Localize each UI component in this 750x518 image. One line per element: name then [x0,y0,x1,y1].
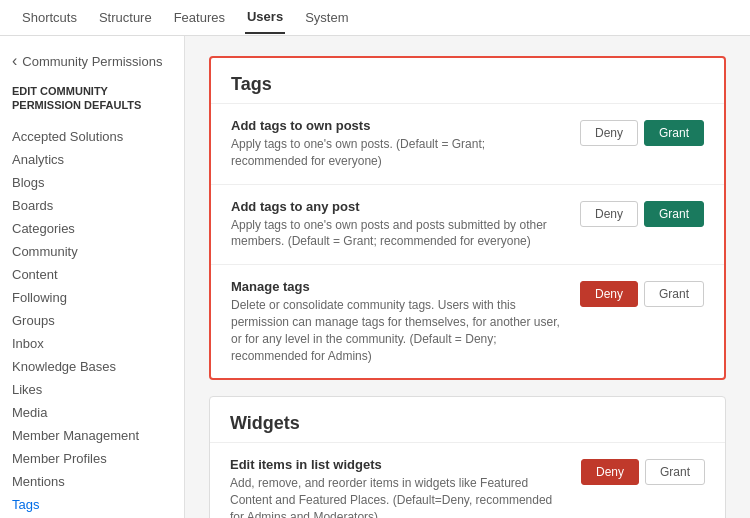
perm-desc-add-tags-any: Apply tags to one's own posts and posts … [231,217,560,251]
top-nav: Shortcuts Structure Features Users Syste… [0,0,750,36]
tags-section-card: Tags Add tags to own posts Apply tags to… [209,56,726,380]
perm-row-manage-tags: Manage tags Delete or consolidate commun… [211,265,724,378]
sidebar-item-categories[interactable]: Categories [12,217,172,240]
perm-desc-edit-list-widgets: Add, remove, and reorder items in widget… [230,475,561,518]
perm-name-add-tags-own: Add tags to own posts [231,118,560,133]
perm-info-edit-list-widgets: Edit items in list widgets Add, remove, … [230,457,561,518]
sidebar-item-boards[interactable]: Boards [12,194,172,217]
sidebar-section-title: EDIT COMMUNITY PERMISSION DEFAULTS [12,84,172,113]
perm-info-add-tags-own: Add tags to own posts Apply tags to one'… [231,118,560,170]
layout: Community Permissions EDIT COMMUNITY PER… [0,36,750,518]
nav-features[interactable]: Features [172,2,227,33]
sidebar-item-tags[interactable]: Tags [12,493,172,516]
grant-manage-tags-button[interactable]: Grant [644,281,704,307]
sidebar-item-content[interactable]: Content [12,263,172,286]
perm-row-add-tags-any: Add tags to any post Apply tags to one's… [211,185,724,266]
perm-desc-add-tags-own: Apply tags to one's own posts. (Default … [231,136,560,170]
deny-add-tags-any-button[interactable]: Deny [580,201,638,227]
sidebar-item-likes[interactable]: Likes [12,378,172,401]
perm-info-add-tags-any: Add tags to any post Apply tags to one's… [231,199,560,251]
perm-actions-add-tags-any: Deny Grant [580,201,704,227]
sidebar-item-groups[interactable]: Groups [12,309,172,332]
nav-shortcuts[interactable]: Shortcuts [20,2,79,33]
sidebar-item-inbox[interactable]: Inbox [12,332,172,355]
deny-manage-tags-button[interactable]: Deny [580,281,638,307]
sidebar-item-mentions[interactable]: Mentions [12,470,172,493]
deny-edit-list-widgets-button[interactable]: Deny [581,459,639,485]
perm-actions-manage-tags: Deny Grant [580,281,704,307]
perm-actions-add-tags-own: Deny Grant [580,120,704,146]
sidebar-item-accepted-solutions[interactable]: Accepted Solutions [12,125,172,148]
sidebar-item-community[interactable]: Community [12,240,172,263]
perm-name-manage-tags: Manage tags [231,279,560,294]
sidebar-item-analytics[interactable]: Analytics [12,148,172,171]
sidebar: Community Permissions EDIT COMMUNITY PER… [0,36,185,518]
nav-structure[interactable]: Structure [97,2,154,33]
perm-row-edit-list-widgets: Edit items in list widgets Add, remove, … [210,443,725,518]
sidebar-item-member-profiles[interactable]: Member Profiles [12,447,172,470]
perm-name-add-tags-any: Add tags to any post [231,199,560,214]
deny-add-tags-own-button[interactable]: Deny [580,120,638,146]
perm-name-edit-list-widgets: Edit items in list widgets [230,457,561,472]
perm-info-manage-tags: Manage tags Delete or consolidate commun… [231,279,560,364]
nav-system[interactable]: System [303,2,350,33]
sidebar-item-member-management[interactable]: Member Management [12,424,172,447]
grant-edit-list-widgets-button[interactable]: Grant [645,459,705,485]
sidebar-item-blogs[interactable]: Blogs [12,171,172,194]
sidebar-item-following[interactable]: Following [12,286,172,309]
perm-row-add-tags-own: Add tags to own posts Apply tags to one'… [211,104,724,185]
grant-add-tags-own-button[interactable]: Grant [644,120,704,146]
perm-desc-manage-tags: Delete or consolidate community tags. Us… [231,297,560,364]
widgets-section-card: Widgets Edit items in list widgets Add, … [209,396,726,518]
widgets-section-title: Widgets [210,397,725,443]
grant-add-tags-any-button[interactable]: Grant [644,201,704,227]
main-content: Tags Add tags to own posts Apply tags to… [185,36,750,518]
nav-users[interactable]: Users [245,1,285,34]
sidebar-item-media[interactable]: Media [12,401,172,424]
perm-actions-edit-list-widgets: Deny Grant [581,459,705,485]
sidebar-back-link[interactable]: Community Permissions [12,52,172,70]
tags-section-title: Tags [211,58,724,104]
sidebar-item-knowledge-bases[interactable]: Knowledge Bases [12,355,172,378]
